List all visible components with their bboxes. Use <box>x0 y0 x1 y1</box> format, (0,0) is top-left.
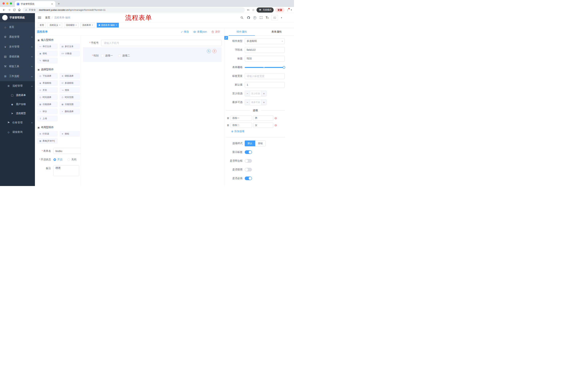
view-json-button[interactable]: 查看json <box>193 30 207 33</box>
tag-close-icon[interactable]: × <box>92 24 93 26</box>
component-type-select[interactable]: 多选框组 ▾ <box>245 38 285 44</box>
label-width-input[interactable] <box>245 73 285 79</box>
option-value-input[interactable] <box>253 122 273 128</box>
palette-item-multi-text[interactable]: ▤多行文本 <box>60 44 80 49</box>
default-value-input[interactable] <box>245 82 285 88</box>
url-bar[interactable]: ⚠ 不安全 dashboard.yudao.iocoder.cn/bpm/man… <box>22 8 245 12</box>
palette-item-table[interactable]: ▩表格[开发中] <box>37 138 57 144</box>
tab-close-icon[interactable]: × <box>51 2 53 5</box>
sidebar-item-task-management[interactable]: ⚑ 任务管理 ▾ <box>0 118 35 128</box>
stepper-plus-button[interactable]: + <box>261 91 266 96</box>
palette-item-switch[interactable]: ⊙开关 <box>37 87 57 93</box>
option-label-input[interactable] <box>231 122 252 128</box>
window-maximize-button[interactable] <box>10 2 12 5</box>
clear-button[interactable]: 清空 <box>211 30 220 33</box>
selected-component-gender[interactable]: *性别 选项一 选项二 <box>83 47 221 62</box>
palette-item-color-picker[interactable]: ◐颜色选择 <box>60 109 80 114</box>
browser-update-button[interactable]: 更新 <box>275 8 284 12</box>
sidebar-item-process-form[interactable]: ▢ 流程表单 <box>0 91 35 100</box>
form-remark-input[interactable]: 嘿嘿 <box>53 165 79 176</box>
browser-menu-kebab-icon[interactable]: ⋮ <box>286 8 289 12</box>
palette-item-radio-group[interactable]: ◉单选框组 <box>37 80 57 86</box>
form-name-input[interactable] <box>53 148 81 154</box>
tag-close-icon[interactable]: × <box>116 24 117 26</box>
tag-close-icon[interactable]: × <box>75 24 77 26</box>
style-default-button[interactable]: 默认 <box>245 140 255 146</box>
tab-form-props[interactable]: 表单属性 <box>259 28 294 35</box>
palette-item-cascader[interactable]: ≣级联选择 <box>60 73 80 79</box>
phone-input[interactable] <box>101 40 221 46</box>
border-toggle[interactable] <box>245 159 252 163</box>
avatar[interactable] <box>272 15 278 20</box>
stepper-value[interactable]: 最多可选 <box>250 100 261 105</box>
sidebar-item-payment[interactable]: ¥ 支付管理 ▾ <box>0 42 35 52</box>
stepper-minus-button[interactable]: − <box>245 100 250 105</box>
stepper-plus-button[interactable]: + <box>261 100 266 105</box>
disabled-toggle[interactable] <box>245 168 252 171</box>
sidebar-item-workflow[interactable]: ⊞ 工作流程 ▴ <box>0 71 35 81</box>
required-toggle[interactable] <box>245 177 252 180</box>
add-option-button[interactable]: ⊕ 添加选项 <box>231 130 285 133</box>
option-label-input[interactable] <box>231 115 252 121</box>
status-on-radio[interactable]: 开启 <box>53 158 63 161</box>
palette-item-date-picker[interactable]: ▦日期选择 <box>37 102 57 107</box>
search-icon[interactable] <box>240 16 244 20</box>
copy-component-button[interactable] <box>207 49 211 53</box>
window-minimize-button[interactable] <box>6 2 8 5</box>
stepper-minus-button[interactable]: − <box>245 91 250 96</box>
tag-process-form-edit[interactable]: 流程表单-编辑 × <box>97 23 119 28</box>
sidebar-item-system[interactable]: ⚙ 系统管理 ▾ <box>0 32 35 42</box>
title-input[interactable] <box>245 56 285 62</box>
tag-close-icon[interactable]: × <box>59 24 60 26</box>
help-icon[interactable]: ? <box>253 16 256 19</box>
palette-item-password[interactable]: ▣密码 <box>37 51 57 56</box>
github-icon[interactable] <box>247 16 250 20</box>
sidebar-item-infrastructure[interactable]: ▤ 基础设施 ▾ <box>0 52 35 62</box>
stepper-value[interactable]: 至少应选 <box>250 91 261 96</box>
security-label[interactable]: 不安全 <box>29 8 36 12</box>
sidebar-item-leave-query[interactable]: ☺ 请假查询 <box>0 128 35 137</box>
slider-handle[interactable] <box>283 66 285 69</box>
sidebar-item-user-group[interactable]: ☻ 用户分组 <box>0 100 35 109</box>
breadcrumb-home[interactable]: 首页 <box>45 16 50 19</box>
tag-process-model[interactable]: 流程模型 × <box>64 23 79 28</box>
avatar-caret-icon[interactable]: ▾ <box>281 17 282 19</box>
sidebar-item-process-management[interactable]: ≣ 流程管理 ▴ <box>0 81 35 91</box>
link-badge[interactable] <box>224 36 228 40</box>
home-icon[interactable] <box>18 8 21 12</box>
drag-handle-icon[interactable]: ≣ <box>227 124 229 127</box>
sidebar-item-process-model[interactable]: ➤ 流程模型 <box>0 109 35 118</box>
password-key-icon[interactable] <box>246 8 250 12</box>
palette-item-slider[interactable]: ─●滑块 <box>60 87 80 93</box>
palette-item-single-text[interactable]: ▭单行文本 <box>37 44 57 49</box>
gender-option-2-checkbox[interactable]: 选项二 <box>118 54 130 57</box>
option-value-input[interactable] <box>253 115 273 121</box>
style-button-button[interactable]: 按钮 <box>255 140 266 146</box>
palette-item-rate[interactable]: ☆评分 <box>37 109 57 114</box>
tab-component-props[interactable]: 组件属性 <box>224 28 259 35</box>
tag-process-definition[interactable]: 流程定义 × <box>48 23 62 28</box>
font-size-icon[interactable]: TT <box>266 16 269 19</box>
tag-home[interactable]: 首页 <box>38 23 46 28</box>
palette-item-counter[interactable]: 123计数器 <box>60 51 80 56</box>
slider-track[interactable] <box>245 67 285 68</box>
palette-item-editor[interactable]: ✎编辑器 <box>37 58 57 63</box>
status-off-radio[interactable]: 关闭 <box>67 158 76 161</box>
toolbar-caret-icon[interactable]: ▾ <box>291 9 292 11</box>
fullscreen-icon[interactable] <box>259 16 263 20</box>
palette-item-time-picker[interactable]: ◷时间选择 <box>37 95 57 100</box>
palette-item-upload[interactable]: ↥上传 <box>37 116 57 121</box>
reload-icon[interactable] <box>12 8 16 12</box>
field-name-input[interactable] <box>245 47 285 53</box>
url-text[interactable]: dashboard.yudao.iocoder.cn/bpm/manager/f… <box>39 9 106 11</box>
window-close-button[interactable] <box>2 2 5 5</box>
sidebar-item-home[interactable]: ⌂ 首页 <box>0 22 35 32</box>
bookmark-star-icon[interactable]: ☆ <box>252 8 255 12</box>
palette-item-checkbox-group[interactable]: ☑多选框组 <box>60 80 80 86</box>
remove-option-icon[interactable]: ⊖ <box>274 124 277 127</box>
new-tab-button[interactable]: + <box>58 2 60 6</box>
remove-option-icon[interactable]: ⊖ <box>274 117 277 120</box>
palette-item-time-range[interactable]: ◷时间范围 <box>60 95 80 100</box>
gender-option-1-checkbox[interactable]: 选项一 <box>101 54 113 57</box>
palette-item-select[interactable]: ◎下拉选择 <box>37 73 57 79</box>
